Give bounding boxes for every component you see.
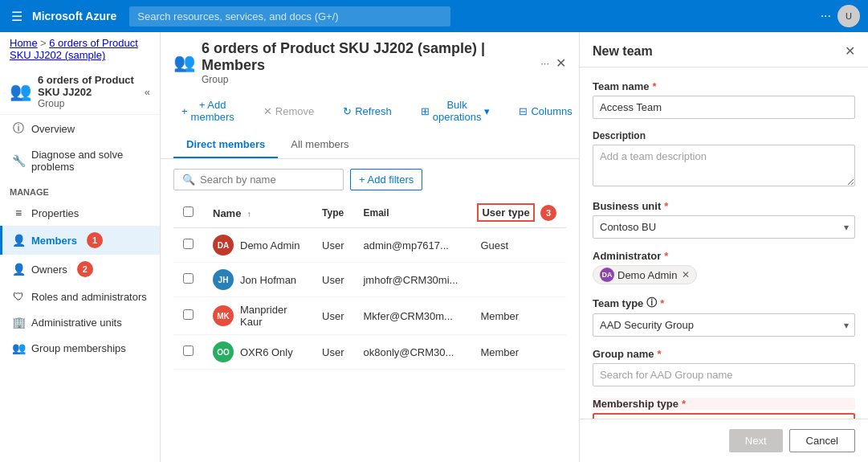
refresh-button[interactable]: ↻ Refresh [335, 101, 400, 121]
diagnose-icon: 🔧 [12, 154, 25, 167]
row-name: Manprider Kaur [240, 304, 303, 328]
admin-avatar: DA [600, 268, 614, 282]
content-close-icon[interactable]: ✕ [556, 55, 566, 71]
sidebar-group-title: 6 orders of Product SKU JJ202 [38, 74, 138, 98]
content-area: 👥 6 orders of Product SKU JJ202 (sample)… [161, 32, 579, 462]
sidebar-item-members[interactable]: 👤 Members 1 [0, 226, 160, 255]
sidebar-item-owners-label: Owners [31, 264, 67, 276]
add-filter-button[interactable]: + Add filters [350, 169, 422, 190]
header-type: Type [312, 198, 353, 228]
description-group: Description [593, 130, 855, 189]
header-name: Name ↑ [203, 198, 312, 228]
team-name-label: Team name * [593, 80, 855, 92]
overview-icon: ⓘ [12, 121, 25, 136]
sidebar-item-group-memberships[interactable]: 👥 Group memberships [0, 335, 160, 361]
row-checkbox-2[interactable] [183, 309, 194, 320]
membership-type-selected[interactable]: Members and guests ▾ [594, 415, 854, 419]
tab-direct-members[interactable]: Direct members [173, 132, 278, 158]
sidebar-item-diagnose-label: Diagnose and solve problems [31, 149, 150, 173]
topnav-icons: ··· U [821, 5, 860, 27]
header-email: Email [353, 198, 467, 228]
row-name: Demo Admin [240, 239, 300, 251]
business-unit-select[interactable]: Contoso BU [593, 215, 855, 239]
row-type-cell: User [312, 263, 353, 297]
membership-type-dropdown[interactable]: Members and guests ▾ Members and guests … [593, 413, 855, 419]
next-button[interactable]: Next [729, 429, 783, 452]
business-unit-select-wrapper: Contoso BU ▾ [593, 215, 855, 239]
owners-annotation: 2 [77, 261, 93, 277]
breadcrumb-home[interactable]: Home [10, 37, 38, 49]
hamburger-icon[interactable]: ☰ [8, 6, 26, 27]
panel-footer: Next Cancel [580, 419, 868, 462]
sort-name-icon[interactable]: ↑ [247, 210, 251, 219]
columns-button[interactable]: ⊟ Columns [511, 101, 579, 121]
sidebar-item-admin-units-label: Administrative units [31, 317, 122, 329]
panel-header: New team ✕ [580, 32, 868, 67]
sidebar-item-admin-units[interactable]: 🏢 Administrative units [0, 309, 160, 335]
user-avatar[interactable]: U [837, 5, 860, 27]
tab-all-members[interactable]: All members [278, 132, 361, 158]
group-icon: 👥 [10, 81, 31, 102]
admin-tag-remove-icon[interactable]: ✕ [682, 269, 690, 280]
bulk-chevron-icon: ▾ [484, 105, 490, 117]
row-user-type-cell: Guest [467, 228, 566, 263]
row-checkbox-3[interactable] [183, 345, 194, 356]
cancel-button[interactable]: Cancel [789, 429, 855, 452]
add-members-button[interactable]: + + Add members [173, 95, 242, 127]
table-row: DA Demo Admin User admin@mp7617... Guest [173, 228, 566, 263]
sidebar-item-owners[interactable]: 👤 Owners 2 [0, 255, 160, 284]
table-filters: 🔍 + Add filters [173, 169, 566, 190]
left-sidebar: Home > 6 orders of Product SKU JJ202 (sa… [0, 32, 161, 462]
sidebar-item-overview-label: Overview [31, 123, 75, 135]
membership-type-group: Membership type * Members and guests ▾ M… [593, 398, 855, 419]
description-input[interactable] [593, 145, 855, 186]
administrator-group: Administrator * DA Demo Admin ✕ [593, 250, 855, 284]
row-name-cell: DA Demo Admin [203, 228, 312, 263]
sidebar-item-diagnose[interactable]: 🔧 Diagnose and solve problems [0, 142, 160, 179]
administrator-tag: DA Demo Admin ✕ [593, 265, 697, 284]
sidebar-item-overview[interactable]: ⓘ Overview [0, 115, 160, 142]
search-input[interactable] [200, 174, 335, 186]
row-name-cell: JH Jon Hofman [203, 263, 312, 297]
panel-body: Team name * Description Business unit * … [580, 67, 868, 419]
row-type-cell: User [312, 297, 353, 335]
header-checkbox-cell [173, 198, 203, 228]
azure-logo: Microsoft Azure [32, 10, 116, 22]
sidebar-collapse-icon[interactable]: « [145, 86, 150, 98]
page-subtitle: Group [202, 74, 534, 85]
row-avatar: MK [213, 305, 234, 326]
bulk-operations-button[interactable]: ⊞ Bulk operations ▾ [413, 95, 499, 127]
global-search-input[interactable] [129, 6, 450, 27]
add-icon: + [181, 105, 188, 117]
remove-icon: ✕ [263, 105, 272, 117]
select-all-checkbox[interactable] [183, 206, 194, 217]
row-type-cell: User [312, 228, 353, 263]
right-panel: New team ✕ Team name * Description Busin… [579, 32, 868, 462]
panel-close-icon[interactable]: ✕ [845, 43, 855, 59]
row-checkbox-1[interactable] [183, 273, 194, 284]
search-icon: 🔍 [182, 174, 195, 186]
header-user-type: User type 3 [467, 198, 566, 228]
properties-icon: ≡ [12, 206, 25, 219]
row-email-cell: jmhofr@CRM30mi... [353, 263, 467, 297]
breadcrumb: Home > 6 orders of Product SKU JJ202 (sa… [0, 32, 160, 66]
team-name-input[interactable] [593, 96, 855, 119]
row-avatar: JH [213, 269, 234, 290]
table-area: 🔍 + Add filters Name ↑ Type [161, 159, 579, 462]
content-title-icon: 👥 [173, 52, 195, 73]
sidebar-item-roles[interactable]: 🛡 Roles and administrators [0, 284, 160, 309]
group-name-label: Group name * [593, 348, 855, 360]
row-name: Jon Hofman [240, 274, 296, 286]
sidebar-item-properties[interactable]: ≡ Properties [0, 200, 160, 226]
owners-icon: 👤 [12, 263, 25, 276]
content-dots-icon[interactable]: ··· [540, 57, 549, 69]
members-annotation: 1 [87, 232, 103, 248]
manage-section-label: Manage [0, 179, 160, 200]
row-checkbox-0[interactable] [183, 239, 194, 249]
dots-icon[interactable]: ··· [821, 9, 831, 23]
remove-button[interactable]: ✕ Remove [255, 101, 322, 121]
row-name: OXR6 Only [240, 346, 293, 358]
content-toolbar: + + Add members ✕ Remove ↻ Refresh ⊞ Bul… [173, 90, 566, 132]
group-name-input[interactable] [593, 363, 855, 386]
team-type-select[interactable]: AAD Security Group [593, 313, 855, 337]
